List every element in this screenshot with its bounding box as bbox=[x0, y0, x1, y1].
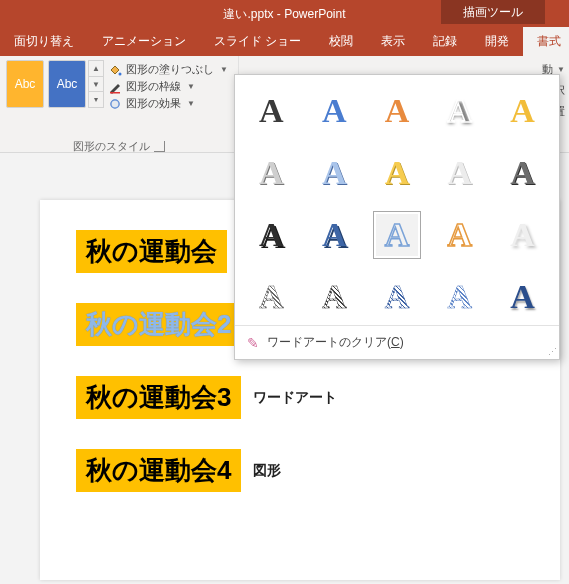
shape-effects-button[interactable]: 図形の効果▼ bbox=[108, 96, 228, 111]
chevron-down-icon: ▼ bbox=[89, 76, 103, 92]
tab-transition[interactable]: 面切り替え bbox=[0, 27, 88, 56]
shape-style-more-button[interactable]: ▲ ▼ ▾ bbox=[88, 60, 104, 108]
resize-grip-icon[interactable]: ⋰ bbox=[548, 347, 555, 357]
tab-animation[interactable]: アニメーション bbox=[88, 27, 200, 56]
wordart-style-15[interactable]: A bbox=[499, 211, 547, 259]
paint-bucket-icon bbox=[108, 63, 122, 77]
wordart-style-6[interactable]: A bbox=[247, 149, 295, 197]
wordart-style-4[interactable]: A bbox=[436, 87, 484, 135]
wordart-style-7[interactable]: A bbox=[310, 149, 358, 197]
wordart-clear-label: ワードアートのクリア(C) bbox=[267, 334, 404, 351]
shape-effects-label: 図形の効果 bbox=[126, 96, 181, 111]
caret-down-icon: ▼ bbox=[220, 65, 228, 74]
wordart-gallery: AAAAAAAAAAAAAAAAAAAA ✎ ワードアートのクリア(C) ⋰ bbox=[234, 74, 560, 360]
shape-text-3[interactable]: 秋の運動会3 bbox=[76, 376, 241, 419]
shape-styles-group: Abc Abc ▲ ▼ ▾ 図形の塗りつぶし▼ bbox=[0, 56, 239, 156]
tab-format[interactable]: 書式 bbox=[523, 27, 569, 56]
wordart-style-11[interactable]: A bbox=[247, 211, 295, 259]
wordart-style-10[interactable]: A bbox=[499, 149, 547, 197]
wordart-style-8[interactable]: A bbox=[373, 149, 421, 197]
shape-text-1[interactable]: 秋の運動会 bbox=[76, 230, 227, 273]
shape-fill-label: 図形の塗りつぶし bbox=[126, 62, 214, 77]
wordart-style-13[interactable]: A bbox=[373, 211, 421, 259]
contextual-tab-label: 描画ツール bbox=[441, 0, 545, 24]
wordart-style-2[interactable]: A bbox=[310, 87, 358, 135]
dialog-launcher-icon[interactable] bbox=[154, 141, 165, 152]
shape-styles-group-label: 図形のスタイル bbox=[73, 139, 150, 154]
svg-rect-1 bbox=[110, 92, 120, 94]
wordart-style-9[interactable]: A bbox=[436, 149, 484, 197]
line-chevron-down-icon: ▾ bbox=[89, 91, 103, 107]
wordart-style-16[interactable]: A bbox=[247, 273, 295, 321]
wordart-style-18[interactable]: A bbox=[373, 273, 421, 321]
wordart-style-17[interactable]: A bbox=[310, 273, 358, 321]
shape-outline-label: 図形の枠線 bbox=[126, 79, 181, 94]
caret-down-icon: ▼ bbox=[187, 82, 195, 91]
tab-developer[interactable]: 開発 bbox=[471, 27, 523, 56]
effects-icon bbox=[108, 97, 122, 111]
svg-point-3 bbox=[111, 100, 119, 108]
shape-outline-button[interactable]: 図形の枠線▼ bbox=[108, 79, 228, 94]
shape-style-swatch-1[interactable]: Abc bbox=[6, 60, 44, 108]
shape-text-2[interactable]: 秋の運動会2 bbox=[76, 303, 241, 346]
shape-style-swatches: Abc Abc bbox=[6, 60, 86, 108]
wordart-style-20[interactable]: A bbox=[499, 273, 547, 321]
chevron-up-icon: ▲ bbox=[89, 61, 103, 76]
wordart-style-5[interactable]: A bbox=[499, 87, 547, 135]
shape-style-swatch-2[interactable]: Abc bbox=[48, 60, 86, 108]
wordart-style-1[interactable]: A bbox=[247, 87, 295, 135]
eraser-icon: ✎ bbox=[247, 335, 259, 351]
wordart-style-12[interactable]: A bbox=[310, 211, 358, 259]
wordart-clear-button[interactable]: ✎ ワードアートのクリア(C) ⋰ bbox=[235, 325, 559, 359]
wordart-style-3[interactable]: A bbox=[373, 87, 421, 135]
tab-review[interactable]: 校閲 bbox=[315, 27, 367, 56]
tab-record[interactable]: 記録 bbox=[419, 27, 471, 56]
caption-3: ワードアート bbox=[253, 389, 337, 407]
wordart-style-19[interactable]: A bbox=[436, 273, 484, 321]
caret-down-icon: ▼ bbox=[187, 99, 195, 108]
svg-point-0 bbox=[119, 72, 122, 75]
ribbon-tabs: 面切り替え アニメーション スライド ショー 校閲 表示 記録 開発 書式 実 bbox=[0, 28, 569, 56]
wordart-style-14[interactable]: A bbox=[436, 211, 484, 259]
shape-fill-button[interactable]: 図形の塗りつぶし▼ bbox=[108, 62, 228, 77]
shape-text-4[interactable]: 秋の運動会4 bbox=[76, 449, 241, 492]
tab-slideshow[interactable]: スライド ショー bbox=[200, 27, 315, 56]
caption-4: 図形 bbox=[253, 462, 281, 480]
pen-outline-icon bbox=[108, 80, 122, 94]
tab-view[interactable]: 表示 bbox=[367, 27, 419, 56]
